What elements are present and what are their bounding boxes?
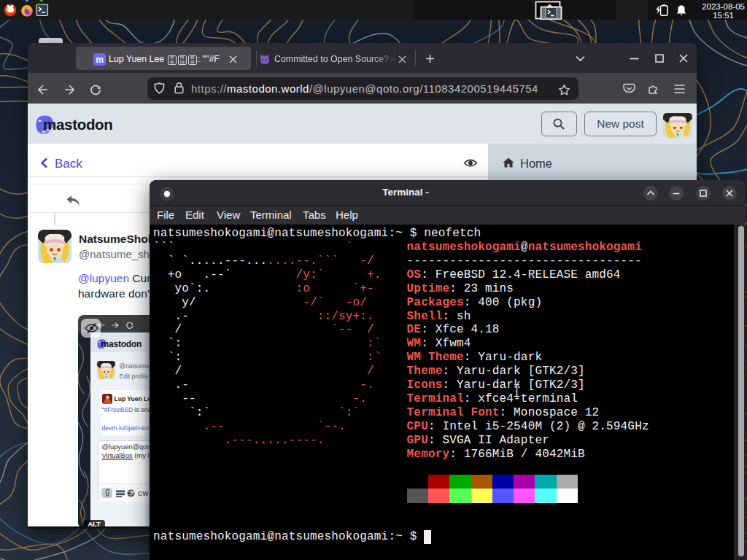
svg-text:2023-08-05: 2023-08-05: [702, 2, 745, 11]
svg-text:m: m: [96, 55, 104, 65]
svg-text:15:51: 15:51: [713, 11, 734, 20]
